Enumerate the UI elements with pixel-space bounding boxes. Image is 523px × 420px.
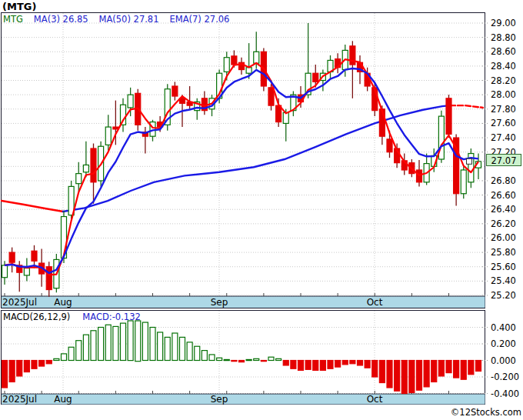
macd-bar xyxy=(461,361,466,380)
price-axis-label: 28.80 xyxy=(491,32,516,43)
price-axis-label: 27.40 xyxy=(491,132,516,143)
macd-bar xyxy=(46,361,52,364)
macd-bar xyxy=(68,347,74,360)
macd-bar xyxy=(468,361,474,375)
macd-bar xyxy=(239,361,245,362)
macd-bar xyxy=(39,361,45,367)
macd-bar xyxy=(209,355,215,361)
macd-bar xyxy=(62,354,67,361)
macd-bar xyxy=(379,361,385,383)
macd-bar xyxy=(224,359,229,360)
macd-bar xyxy=(142,322,148,360)
price-axis-label: 29.00 xyxy=(491,18,516,28)
price-axis-label: 26.20 xyxy=(491,218,516,229)
price-axis-label: 28.60 xyxy=(491,46,516,57)
macd-bar xyxy=(202,351,207,361)
month-label: Aug xyxy=(54,297,72,308)
macd-bar xyxy=(158,332,163,361)
macd-bar xyxy=(476,361,481,372)
macd-bar xyxy=(83,335,88,360)
macd-axis-label: -0.200 xyxy=(491,372,519,382)
macd-bar xyxy=(121,323,126,360)
macd-params-label: MACD(26,12,9) xyxy=(3,312,70,322)
macd-bar xyxy=(76,341,82,361)
legend-ma3: MA(3) 26.85 xyxy=(34,14,88,25)
price-axis-label: 27.60 xyxy=(491,118,516,128)
chart-legend: MTGMA(3) 26.85MA(50) 27.81EMA(7) 27.06 xyxy=(3,14,240,25)
macd-bar xyxy=(395,361,400,392)
macd-bar xyxy=(246,359,252,360)
macd-axis-label: -0.400 xyxy=(491,388,519,399)
month-label: Aug xyxy=(54,394,72,405)
month-label: Oct xyxy=(367,394,383,405)
candle-body xyxy=(9,252,15,262)
macd-bar xyxy=(261,361,266,362)
macd-bar xyxy=(135,321,141,362)
price-axis-label: 28.20 xyxy=(491,75,516,86)
candle-body xyxy=(128,95,133,108)
macd-axis-label: 0.400 xyxy=(491,322,516,333)
macd-bar xyxy=(417,361,422,391)
macd-bar xyxy=(54,358,59,360)
macd-bar xyxy=(424,361,429,387)
month-label: Oct xyxy=(367,297,383,308)
macd-bar xyxy=(276,358,281,360)
macd-bar xyxy=(291,361,296,369)
macd-bar xyxy=(350,361,355,364)
macd-bar xyxy=(187,342,192,361)
macd-bar xyxy=(438,361,444,376)
macd-bar xyxy=(254,358,259,360)
macd-bar xyxy=(91,331,96,361)
candle-body xyxy=(387,139,392,152)
macd-bar xyxy=(387,361,392,388)
macd-bar xyxy=(268,357,274,360)
macd-bar xyxy=(431,361,437,382)
macd-bar xyxy=(9,361,15,382)
macd-bar xyxy=(195,346,200,360)
macd-bar xyxy=(128,321,133,361)
price-axis-label: 25.20 xyxy=(491,290,516,301)
macd-bar xyxy=(446,361,451,373)
candle-body xyxy=(224,58,229,72)
macd-bar xyxy=(165,337,170,360)
macd-bar xyxy=(180,337,185,360)
candle-body xyxy=(254,52,259,63)
macd-bar xyxy=(409,361,415,393)
price-axis-label: 28.40 xyxy=(491,61,516,72)
macd-bar xyxy=(401,361,407,394)
candle-body xyxy=(2,265,8,278)
copyright-text: ©12Stocks.com xyxy=(451,407,521,418)
macd-labels: MACD(26,12,9)MACD:-0.132 xyxy=(3,312,141,322)
macd-bar xyxy=(313,361,318,371)
legend-symbol: MTG xyxy=(3,14,23,25)
page-title: (MTG) xyxy=(2,1,36,12)
candle-body xyxy=(283,112,288,123)
month-label: 2025Jul xyxy=(2,394,37,405)
macd-bar xyxy=(320,361,325,371)
macd-bar xyxy=(328,361,333,369)
macd-bar xyxy=(305,361,311,370)
macd-bar xyxy=(24,361,29,372)
candle-body xyxy=(232,56,237,65)
candle-body xyxy=(91,148,96,182)
legend-ma50: MA(50) 27.81 xyxy=(99,14,159,25)
candle-body xyxy=(172,86,178,96)
candle-body xyxy=(268,88,274,105)
last-price-marker xyxy=(467,158,472,164)
last-price-badge: 27.07 xyxy=(486,154,521,166)
macd-bar xyxy=(298,361,304,371)
macd-bar xyxy=(98,328,104,361)
candle-body xyxy=(313,73,318,82)
macd-bar xyxy=(2,361,8,388)
price-axis-label: 25.40 xyxy=(491,275,516,286)
price-axis-label: 25.60 xyxy=(491,262,516,272)
price-axis-label: 26.60 xyxy=(491,190,516,201)
macd-bar xyxy=(172,333,178,360)
candle-body xyxy=(76,174,82,184)
candle-body xyxy=(113,127,118,129)
macd-bar xyxy=(232,361,237,362)
macd-axis-label: 0.200 xyxy=(491,338,516,349)
macd-bar xyxy=(32,361,37,369)
candle-body xyxy=(83,165,88,172)
price-axis-label: 27.80 xyxy=(491,104,516,115)
